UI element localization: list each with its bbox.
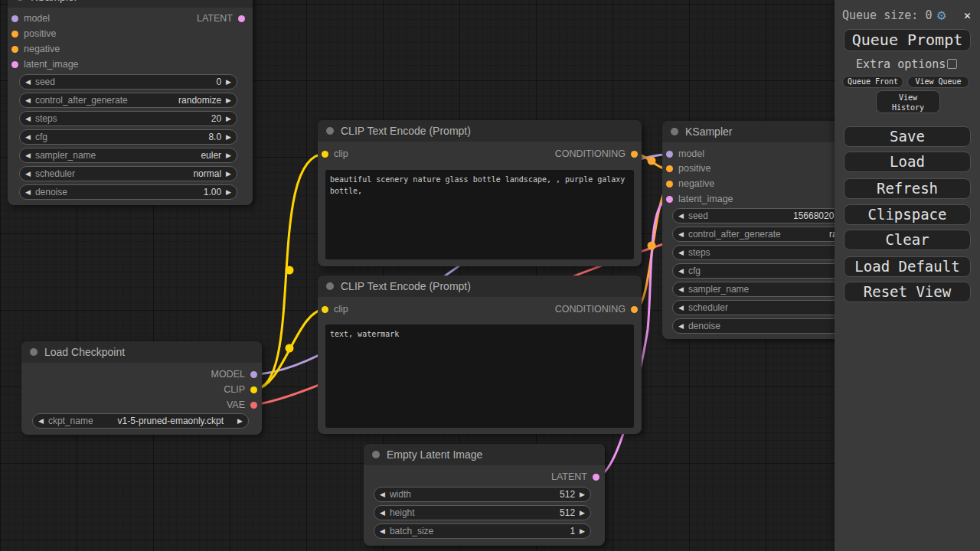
port-dot-positive[interactable]	[666, 165, 673, 172]
input-port-latent-image[interactable]: latent_image	[666, 192, 733, 206]
port-dot-conditioning[interactable]	[631, 151, 638, 158]
widget-height[interactable]: ◀ height 512 ▶	[374, 505, 591, 520]
input-port-positive[interactable]: positive	[11, 27, 56, 41]
port-dot-positive[interactable]	[11, 31, 18, 37]
increment-arrow-icon[interactable]: ▶	[226, 184, 231, 200]
increment-arrow-icon[interactable]: ▶	[226, 129, 231, 145]
view-queue-button[interactable]: View Queue	[907, 76, 969, 88]
negative-prompt-textarea[interactable]: text, watermark	[325, 324, 634, 428]
decrement-arrow-icon[interactable]: ◀	[380, 487, 385, 502]
port-dot-negative[interactable]	[11, 46, 18, 53]
node-clip-text-encode-negative[interactable]: CLIP Text Encode (Prompt) clip CONDITION…	[318, 276, 642, 434]
settings-gear-icon[interactable]: ⚙	[937, 6, 946, 23]
reset-view-button[interactable]: Reset View	[844, 282, 971, 302]
view-history-button[interactable]: View History	[876, 90, 940, 113]
node-title-bar[interactable]: Empty Latent Image	[364, 444, 605, 465]
node-title-bar[interactable]: CLIP Text Encode (Prompt)	[318, 120, 642, 142]
input-port-negative[interactable]: negative	[11, 42, 60, 56]
positive-prompt-textarea[interactable]: beautiful scenery nature glass bottle la…	[325, 170, 634, 259]
collapse-dot-icon[interactable]	[326, 282, 334, 290]
increment-arrow-icon[interactable]: ▶	[226, 166, 231, 181]
port-dot-model[interactable]	[666, 151, 673, 158]
input-port-negative[interactable]: negative	[666, 177, 714, 191]
node-title-bar[interactable]: KSampler	[8, 0, 253, 8]
clear-button[interactable]: Clear	[844, 230, 971, 250]
collapse-dot-icon[interactable]	[671, 128, 678, 135]
input-port-model[interactable]: model	[666, 147, 704, 161]
node-ksampler-left[interactable]: KSampler model positive negative latent_…	[8, 0, 253, 205]
input-port-latent-image[interactable]: latent_image	[11, 57, 79, 71]
decrement-arrow-icon[interactable]: ◀	[380, 505, 385, 520]
decrement-arrow-icon[interactable]: ◀	[38, 413, 44, 429]
widget-control-after-generate[interactable]: ◀ control_after_generate randomize ▶	[19, 93, 237, 108]
widget-sampler-name[interactable]: ◀ sampler_name euler ▶	[19, 148, 237, 163]
port-dot-model[interactable]	[250, 371, 257, 378]
output-port-latent[interactable]: LATENT	[551, 470, 599, 484]
widget-ckpt-name[interactable]: ◀ ckpt_name v1-5-pruned-emaonly.ckpt ▶	[32, 413, 249, 429]
node-empty-latent-image[interactable]: Empty Latent Image LATENT ◀ width 512 ▶ …	[364, 444, 605, 546]
increment-arrow-icon[interactable]: ▶	[226, 93, 231, 108]
decrement-arrow-icon[interactable]: ◀	[678, 282, 684, 297]
increment-arrow-icon[interactable]: ▶	[580, 523, 585, 539]
decrement-arrow-icon[interactable]: ◀	[25, 148, 31, 163]
queue-front-button[interactable]: Queue Front	[842, 76, 903, 88]
node-title-bar[interactable]: Load Checkpoint	[21, 341, 262, 363]
port-dot-clip[interactable]	[322, 306, 328, 313]
increment-arrow-icon[interactable]: ▶	[580, 505, 585, 520]
decrement-arrow-icon[interactable]: ◀	[25, 129, 31, 145]
node-clip-text-encode-positive[interactable]: CLIP Text Encode (Prompt) clip CONDITION…	[318, 120, 642, 266]
decrement-arrow-icon[interactable]: ◀	[25, 111, 31, 126]
node-load-checkpoint[interactable]: Load Checkpoint MODEL CLIP VAE ◀ ckpt_na…	[21, 341, 262, 435]
collapse-dot-icon[interactable]	[30, 348, 38, 356]
extra-options-checkbox[interactable]	[947, 59, 957, 69]
decrement-arrow-icon[interactable]: ◀	[678, 318, 684, 334]
increment-arrow-icon[interactable]: ▶	[237, 413, 243, 429]
decrement-arrow-icon[interactable]: ◀	[25, 93, 31, 108]
decrement-arrow-icon[interactable]: ◀	[678, 227, 684, 242]
increment-arrow-icon[interactable]: ▶	[226, 148, 231, 163]
clipspace-button[interactable]: Clipspace	[844, 204, 971, 225]
node-title-bar[interactable]: CLIP Text Encode (Prompt)	[318, 276, 642, 297]
decrement-arrow-icon[interactable]: ◀	[25, 184, 31, 200]
collapse-dot-icon[interactable]	[326, 127, 334, 135]
port-dot-vae[interactable]	[250, 402, 257, 409]
close-icon[interactable]: ✕	[964, 8, 971, 22]
widget-denoise[interactable]: ◀ denoise 1.00 ▶	[19, 184, 237, 200]
output-port-clip[interactable]: CLIP	[224, 383, 257, 396]
port-dot-conditioning[interactable]	[631, 306, 638, 313]
load-button[interactable]: Load	[844, 152, 971, 172]
port-dot-latent[interactable]	[238, 15, 245, 22]
output-port-conditioning[interactable]: CONDITIONING	[555, 302, 638, 316]
decrement-arrow-icon[interactable]: ◀	[678, 245, 684, 260]
output-port-conditioning[interactable]: CONDITIONING	[555, 147, 638, 161]
widget-width[interactable]: ◀ width 512 ▶	[374, 487, 591, 502]
load-default-button[interactable]: Load Default	[844, 256, 971, 277]
input-port-clip[interactable]: clip	[322, 147, 348, 161]
decrement-arrow-icon[interactable]: ◀	[678, 208, 684, 223]
decrement-arrow-icon[interactable]: ◀	[678, 300, 684, 315]
widget-seed[interactable]: ◀ seed 0 ▶	[19, 74, 237, 90]
port-dot-latent[interactable]	[593, 474, 599, 481]
collapse-dot-icon[interactable]	[16, 0, 24, 1]
output-port-model[interactable]: MODEL	[211, 367, 257, 381]
widget-batch-size[interactable]: ◀ batch_size 1 ▶	[374, 523, 591, 539]
collapse-dot-icon[interactable]	[372, 451, 380, 458]
output-port-vae[interactable]: VAE	[227, 398, 257, 412]
save-button[interactable]: Save	[844, 126, 971, 147]
port-dot-clip[interactable]	[322, 151, 328, 158]
widget-scheduler[interactable]: ◀ scheduler normal ▶	[19, 166, 237, 181]
increment-arrow-icon[interactable]: ▶	[226, 111, 231, 126]
increment-arrow-icon[interactable]: ▶	[580, 487, 585, 502]
port-dot-latent-image[interactable]	[666, 196, 673, 203]
input-port-model[interactable]: model	[11, 11, 50, 25]
decrement-arrow-icon[interactable]: ◀	[380, 523, 385, 539]
port-dot-clip[interactable]	[250, 386, 257, 393]
refresh-button[interactable]: Refresh	[844, 178, 971, 199]
port-dot-model[interactable]	[11, 15, 18, 22]
output-port-latent[interactable]: LATENT	[197, 11, 245, 25]
port-dot-negative[interactable]	[666, 181, 673, 187]
widget-cfg[interactable]: ◀ cfg 8.0 ▶	[19, 129, 237, 145]
decrement-arrow-icon[interactable]: ◀	[25, 74, 31, 90]
decrement-arrow-icon[interactable]: ◀	[678, 263, 684, 279]
input-port-clip[interactable]: clip	[322, 302, 348, 316]
